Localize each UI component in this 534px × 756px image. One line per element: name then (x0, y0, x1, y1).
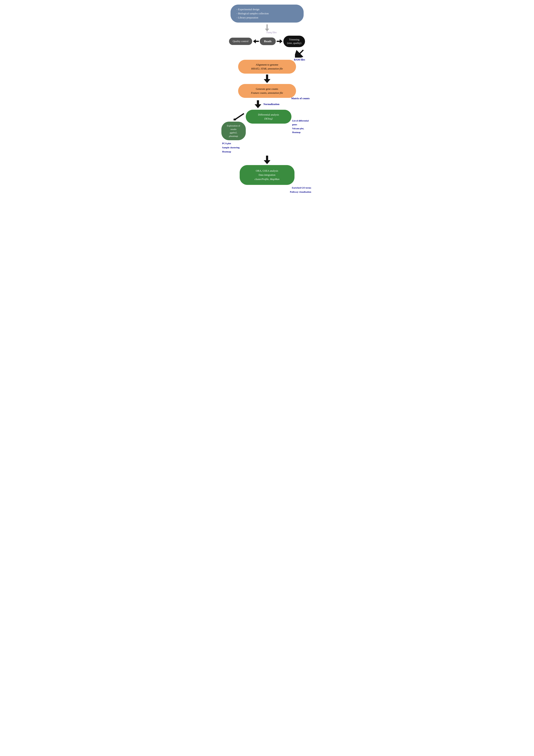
enriched-line2: Data integration (246, 173, 289, 177)
enriched-go-labels: Enriched GO terms Pathway visualisation (290, 186, 311, 194)
reads-pill: Reads (260, 38, 276, 45)
quality-control-pill: Quality control (229, 38, 252, 45)
exp-design-line2: - Biological samples collection (237, 12, 297, 15)
exploration-line2: ggplot2, pheatmap (225, 131, 242, 138)
arrow-alignment-to-counts (264, 74, 270, 83)
matrix-label: Matrix of counts (291, 97, 310, 100)
normalization-label: Normalization (264, 103, 279, 106)
enriched-pill: ORA, GSEA analysis Data integration clus… (240, 165, 294, 185)
experimental-design-pill: - Experimental design - Biological sampl… (231, 5, 304, 23)
arrow-to-exploration (234, 113, 244, 121)
enriched-line3: clusterProfile, MapMan (246, 177, 289, 181)
arrow-to-normalization (255, 100, 261, 108)
svg-line-3 (235, 114, 244, 120)
enriched-line1: ORA, GSEA analysis (246, 169, 289, 173)
arrow-to-enriched (264, 156, 270, 164)
workflow-diagram: - Experimental design - Biological sampl… (221, 5, 313, 194)
differential-line2: DESeq2 (251, 117, 287, 121)
bam-files-label: BAM files (294, 58, 305, 61)
alignment-pill: Alignment to genome HISAT2, STAR, annota… (238, 60, 296, 74)
gene-counts-line1: Generate gene counts (244, 87, 290, 91)
gene-counts-pill: Generate gene counts Feature counts, ann… (238, 84, 296, 98)
right-column: List of differential genes Volcano plot,… (292, 119, 313, 134)
differential-line1: Differential analysis (251, 113, 287, 117)
reads-row: Quality control Reads Trimming (size, qu… (221, 36, 313, 47)
fastq-label: Fastq files (267, 31, 276, 34)
arrow-to-fastq (265, 24, 269, 31)
pca-labels: PCA plot Sample clustering Heatmap (222, 142, 240, 154)
exp-design-line3: - Library preparation (237, 15, 297, 20)
svg-line-1 (296, 50, 303, 57)
exploration-line1: Exploration of results (225, 124, 242, 131)
center-column: Differential analysis DESeq2 (246, 110, 292, 123)
alignment-line1: Alignment to genome (244, 63, 290, 67)
diff-labels: List of differential genes Volcano plot,… (292, 119, 313, 134)
exp-design-line1: - Experimental design (237, 7, 297, 12)
gene-counts-line2: Feature counts, annotation file (244, 91, 290, 95)
arrow-right-trimming (277, 39, 282, 43)
differential-pill: Differential analysis DESeq2 (246, 110, 292, 123)
alignment-line2: HISAT2, STAR, annotation file (244, 67, 290, 71)
trimming-pill: Trimming (size, quality) (283, 36, 305, 47)
exploration-pill: Exploration of results ggplot2, pheatmap (221, 122, 246, 140)
analysis-section: Exploration of results ggplot2, pheatmap… (221, 110, 313, 154)
left-column: Exploration of results ggplot2, pheatmap… (221, 113, 246, 154)
diagonal-arrow-trimming (295, 49, 304, 58)
arrow-qc-left (253, 39, 259, 43)
